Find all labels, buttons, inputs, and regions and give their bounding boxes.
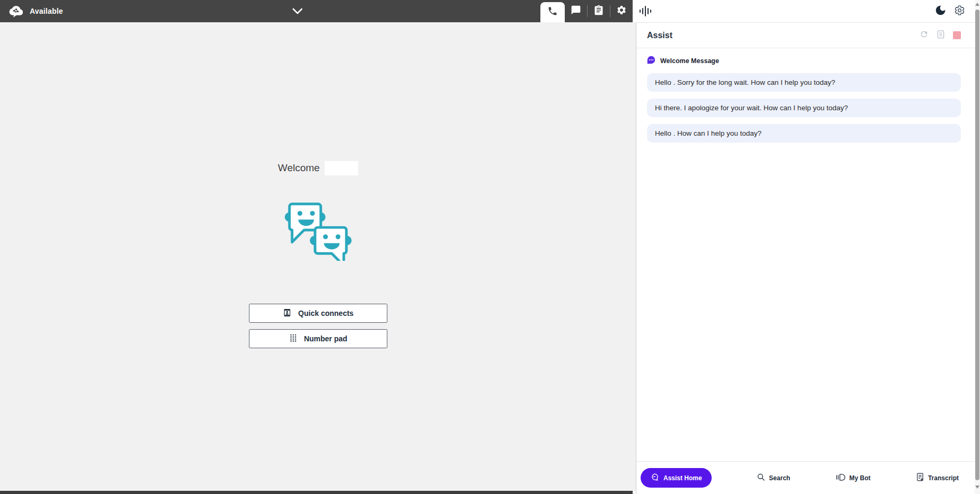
channel-tab-group (540, 0, 633, 22)
assist-header: Assist (636, 23, 975, 48)
transcript-label: Transcript (928, 474, 959, 482)
top-right-strip (633, 0, 975, 22)
contact-card-icon (282, 308, 292, 319)
footer-my-bot[interactable]: My Bot (836, 473, 871, 483)
assist-home-label: Assist Home (663, 474, 702, 482)
number-pad-button[interactable]: Number pad (249, 329, 387, 348)
page-scrollbar[interactable] (975, 0, 980, 494)
bottom-dark-strip (0, 491, 633, 494)
footer-transcript[interactable]: Transcript (916, 472, 959, 483)
assist-footer: Assist Home Search (636, 461, 975, 494)
assist-bubble-icon (650, 473, 659, 483)
number-pad-label: Number pad (304, 334, 347, 343)
agent-status-label: Available (30, 7, 63, 15)
audio-waveform-icon[interactable] (640, 5, 651, 17)
top-bar: Available (0, 0, 633, 22)
suggestion-card[interactable]: Hi there. I apologize for your wait. How… (647, 99, 961, 117)
quick-connects-label: Quick connects (298, 309, 353, 317)
connect-logo-icon (8, 4, 23, 18)
scroll-down-arrow-icon[interactable] (975, 486, 979, 489)
bot-icon (836, 473, 846, 483)
main-area: Welcome (0, 22, 636, 491)
suggestion-card[interactable]: Hello . How can I help you today? (647, 124, 961, 143)
search-label: Search (769, 474, 790, 482)
app-window: Available (0, 0, 980, 494)
tab-voice[interactable] (540, 2, 565, 22)
assist-body: Welcome Message Hello . Sorry for the lo… (636, 48, 975, 143)
gear-icon (616, 5, 627, 17)
chat-bots-illustration (284, 200, 352, 263)
footer-search[interactable]: Search (757, 473, 790, 483)
welcome-label: Welcome (278, 162, 320, 173)
settings-gear-icon[interactable] (954, 5, 965, 18)
refresh-icon[interactable] (920, 30, 929, 41)
agent-name-field (325, 161, 358, 175)
assist-panel: Assist (636, 22, 975, 494)
tab-ccp-settings[interactable] (610, 0, 633, 22)
chat-icon (571, 5, 581, 17)
scrollbar-thumb[interactable] (975, 10, 979, 480)
welcome-heading: Welcome (0, 161, 636, 175)
pink-square-indicator[interactable] (953, 31, 961, 39)
search-icon (757, 473, 765, 483)
transcript-doc-icon (916, 472, 924, 483)
phone-icon (547, 6, 558, 19)
my-bot-label: My Bot (850, 474, 871, 482)
welcome-message-label: Welcome Message (660, 57, 719, 65)
scroll-up-arrow-icon[interactable] (975, 3, 979, 6)
status-chevron-down-icon[interactable] (292, 7, 303, 17)
assist-home-button[interactable]: Assist Home (641, 468, 712, 488)
dark-mode-moon-icon[interactable] (935, 5, 946, 18)
welcome-message-section: Welcome Message (647, 56, 961, 66)
tab-tasks[interactable] (588, 0, 610, 22)
message-bubble-icon (647, 56, 655, 66)
suggestion-card[interactable]: Hello . Sorry for the long wait. How can… (647, 73, 961, 92)
quick-connects-button[interactable]: Quick connects (249, 304, 387, 323)
task-list-icon (593, 5, 604, 17)
dialpad-icon (288, 333, 298, 344)
assist-panel-title: Assist (647, 31, 672, 40)
notes-icon[interactable] (937, 30, 945, 41)
tab-chat[interactable] (565, 0, 587, 22)
